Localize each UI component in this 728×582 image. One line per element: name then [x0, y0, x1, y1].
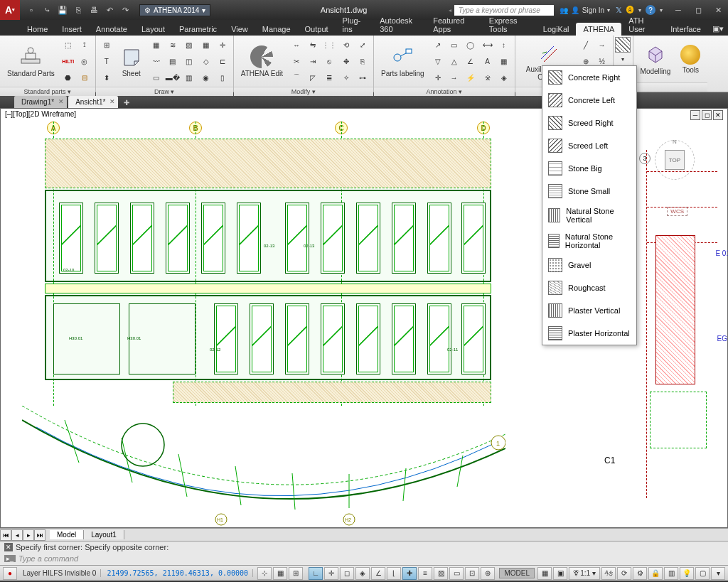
- ortho-icon[interactable]: ∟: [309, 567, 323, 580]
- glass-icon[interactable]: ▭: [149, 70, 164, 85]
- panel-title[interactable]: Draw ▾: [96, 87, 233, 96]
- leader-icon[interactable]: ↗: [430, 37, 446, 53]
- doctab-ansicht1[interactable]: Ansicht1*✕: [68, 96, 118, 108]
- annoauto-icon[interactable]: ⟳: [617, 567, 631, 580]
- tab-output[interactable]: Output: [298, 23, 336, 36]
- tab-athuser[interactable]: ATH User: [621, 14, 663, 36]
- table-icon[interactable]: ▦: [496, 53, 512, 69]
- tag-icon[interactable]: ▭: [446, 37, 462, 53]
- shape-icon[interactable]: ◇: [198, 53, 214, 69]
- insulation-icon[interactable]: ▧: [181, 37, 197, 53]
- coating-icon[interactable]: ⬍: [99, 70, 114, 85]
- help-icon[interactable]: ?: [646, 5, 655, 15]
- dim2-icon[interactable]: ↕: [496, 37, 512, 53]
- break-icon[interactable]: ⎋: [321, 53, 337, 69]
- weld-icon[interactable]: ▦: [149, 37, 164, 53]
- panel-title[interactable]: Modify ▾: [234, 87, 373, 96]
- tab-autodesk360[interactable]: Autodesk 360: [373, 14, 426, 36]
- text-icon[interactable]: A: [480, 53, 496, 69]
- 3dosnap-icon[interactable]: ◈: [355, 567, 370, 580]
- lock-icon[interactable]: 🔒: [648, 567, 663, 580]
- vp-close-icon[interactable]: ✕: [713, 110, 723, 120]
- hatch-stone-big[interactable]: Stone Big: [542, 157, 636, 180]
- modelling-button[interactable]: Modelling: [636, 42, 675, 77]
- hatch-natural-vertical[interactable]: Natural Stone Vertical: [542, 203, 636, 228]
- membrane-icon[interactable]: 〰: [149, 53, 164, 69]
- close-icon[interactable]: ✕: [109, 98, 115, 105]
- welding-icon[interactable]: ⚡: [463, 70, 478, 85]
- pin-icon[interactable]: ⊟: [77, 70, 92, 85]
- level-icon[interactable]: △: [446, 53, 462, 69]
- hatch-main-icon[interactable]: [615, 37, 631, 53]
- infer-icon[interactable]: ⊹: [257, 567, 272, 580]
- clean-screen-icon[interactable]: ▢: [695, 567, 710, 580]
- polar-icon[interactable]: ✛: [324, 567, 338, 580]
- save-icon[interactable]: 💾: [55, 3, 70, 17]
- qp-icon[interactable]: ▭: [449, 567, 464, 580]
- new-icon[interactable]: ▫: [24, 3, 38, 17]
- elev-icon[interactable]: ▽: [430, 53, 446, 69]
- workspace-switch-icon[interactable]: ⚙: [633, 567, 647, 580]
- symbol-icon[interactable]: ※: [480, 70, 496, 85]
- redo-icon[interactable]: ↷: [118, 3, 132, 17]
- hatch-screed-left[interactable]: Screed Left: [542, 134, 636, 157]
- undo-icon[interactable]: ↶: [102, 3, 117, 17]
- copy-icon[interactable]: ⎘: [355, 53, 370, 69]
- saveas-icon[interactable]: ⎘: [71, 3, 85, 17]
- line-icon[interactable]: ⊞: [99, 37, 114, 53]
- tab-focus[interactable]: ▣▾: [708, 22, 728, 36]
- osnap-icon[interactable]: ◻: [340, 567, 354, 580]
- annovis-icon[interactable]: ⅍: [601, 567, 616, 580]
- spacer-icon[interactable]: ◫: [181, 53, 197, 69]
- sign-in-button[interactable]: 👥 👤 Sign In ▾: [560, 6, 610, 14]
- hw-accel-icon[interactable]: ▥: [664, 567, 678, 580]
- open-icon[interactable]: ⤷: [40, 3, 54, 17]
- frame-icon[interactable]: ▯: [215, 70, 230, 85]
- screw-icon[interactable]: ⟟: [77, 37, 92, 53]
- hatch-stone-small[interactable]: Stone Small: [542, 180, 636, 203]
- annoscale-icon[interactable]: 🙯 1:1 ▾: [569, 567, 600, 580]
- close-icon[interactable]: ✕: [4, 543, 13, 551]
- layout-tab-model[interactable]: Model: [50, 530, 84, 539]
- north-icon[interactable]: ◈: [496, 70, 512, 85]
- dim-icon[interactable]: ⟷: [480, 37, 496, 53]
- chamfer-icon[interactable]: ◸: [305, 70, 321, 85]
- app-menu-button[interactable]: A▾: [0, 0, 20, 20]
- coord-icon[interactable]: ✛: [430, 70, 446, 85]
- vp-maximize-icon[interactable]: ◻: [702, 110, 712, 120]
- maximize-button[interactable]: ◻: [688, 3, 708, 17]
- section-icon[interactable]: ⊏: [215, 53, 230, 69]
- dyn-icon[interactable]: ✚: [402, 567, 417, 580]
- close-button[interactable]: ✕: [708, 3, 728, 17]
- nav-prev-icon[interactable]: ◂: [11, 529, 23, 541]
- tab-insert[interactable]: Insert: [55, 23, 89, 36]
- panel-block-icon[interactable]: ▬�: [165, 70, 181, 85]
- profile-icon[interactable]: HILTI: [60, 53, 76, 69]
- grid-icon[interactable]: ▦: [198, 37, 214, 53]
- sc-icon[interactable]: ⊡: [465, 567, 479, 580]
- command-input[interactable]: ▸_ Type a command: [0, 553, 728, 564]
- ducs-icon[interactable]: ⌊: [387, 567, 401, 580]
- workspace-dropdown[interactable]: ⚙ ATHENA 2014 ▾: [139, 4, 210, 16]
- profile-draw-icon[interactable]: T: [99, 53, 114, 69]
- align-icon[interactable]: ≣: [321, 70, 337, 85]
- washer-icon[interactable]: ◎: [77, 53, 92, 69]
- tab-view[interactable]: View: [224, 23, 255, 36]
- tools-button[interactable]: Tools: [676, 43, 705, 75]
- panel-title[interactable]: Standard parts ▾: [0, 87, 95, 96]
- join-icon[interactable]: ⊶: [355, 70, 370, 85]
- wall-icon[interactable]: ▥: [181, 70, 197, 85]
- minimize-button[interactable]: ─: [668, 3, 688, 17]
- foil-icon[interactable]: ▤: [165, 53, 181, 69]
- stretch-icon[interactable]: ↔: [289, 37, 304, 53]
- athena-edit-button[interactable]: ATHENA Edit: [237, 44, 287, 79]
- hatch-dropdown-icon[interactable]: ▾: [615, 54, 631, 64]
- tab-featured[interactable]: Featured Apps: [426, 14, 482, 36]
- close-icon[interactable]: ✕: [58, 98, 64, 105]
- tab-plugins[interactable]: Plug-ins: [336, 14, 373, 36]
- scale-icon[interactable]: ⤢: [355, 37, 370, 53]
- panel-title[interactable]: Annotation ▾: [374, 87, 515, 96]
- bolt-icon[interactable]: ⬚: [60, 37, 76, 53]
- arrow-icon[interactable]: →: [446, 70, 462, 85]
- hatch-concrete-right[interactable]: Concrete Right: [542, 66, 636, 89]
